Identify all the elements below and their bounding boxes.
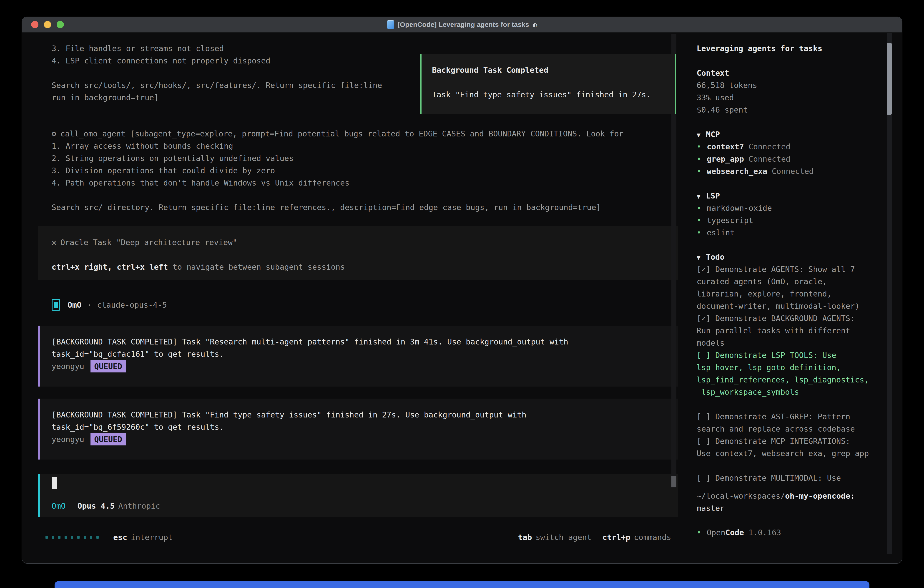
message-meta: yeongyuQUEUED xyxy=(52,433,678,446)
tool-call-line: 4. Path operations that don't handle Win… xyxy=(52,177,675,189)
shortcut-key: ctrl+p xyxy=(602,533,630,542)
shortcut-label: switch agent xyxy=(536,533,592,542)
todo-line: [✓] Demonstrate BACKGROUND AGENTS: xyxy=(696,312,869,324)
message-author: yeongyu xyxy=(52,435,84,444)
scrollback-text: 3. File handles or streams not closed 4.… xyxy=(52,42,382,104)
toast-title: Background Task Completed xyxy=(432,64,675,76)
blank-line xyxy=(432,76,675,88)
mcp-section: ▼MCP •context7Connected •grep_appConnect… xyxy=(696,128,814,177)
todo-line: lsp_workspace_symbols xyxy=(696,386,869,398)
blank-line xyxy=(52,189,675,201)
blank-line xyxy=(696,459,869,472)
todo-line: lsp_find_references, lsp_diagnostics, xyxy=(696,373,869,386)
lsp-item: •typescript xyxy=(696,214,772,226)
message-line: task_id="bg_dcfac161" to get results. xyxy=(52,348,678,360)
status-badge: QUEUED xyxy=(91,360,126,372)
lsp-item: •eslint xyxy=(696,226,772,239)
tool-call-line: 3. Division operations that could divide… xyxy=(52,164,675,177)
titlebar[interactable]: [OpenCode] Leveraging agents for tasks ◐ xyxy=(22,17,902,33)
shortcut-label: interrupt xyxy=(131,533,173,542)
minimize-button[interactable] xyxy=(44,21,51,28)
agent-model: claude-opus-4-5 xyxy=(97,301,167,309)
sidebar-scrollbar-thumb[interactable] xyxy=(887,43,892,115)
hint-keys: ctrl+x right, ctrl+x left xyxy=(52,263,168,271)
todo-line: document-writer, multimodal-looker) xyxy=(696,300,869,312)
todo-line: Run parallel tasks with different xyxy=(696,324,869,337)
agent-square-icon xyxy=(52,299,60,311)
text-cursor xyxy=(52,477,57,489)
oracle-hint-line: ctrl+x right, ctrl+x left to navigate be… xyxy=(52,261,678,273)
todo-line: [ ] Demonstrate LSP TOOLS: Use xyxy=(696,349,869,361)
background-task-message: [BACKGROUND TASK COMPLETED] Task "Resear… xyxy=(38,325,678,386)
progress-half-circle-icon: ◐ xyxy=(533,21,537,29)
blank-line xyxy=(696,398,869,410)
message-line: task_id="bg_6f59260c" to get results. xyxy=(52,421,678,433)
statusbar-left: esc interrupt xyxy=(46,531,173,543)
todo-line: models xyxy=(696,337,869,349)
context-section: Context 66,518 tokens 33% used $0.46 spe… xyxy=(696,67,757,116)
mcp-item: •grep_appConnected xyxy=(696,153,814,165)
toast-body: Task "Find type safety issues" finished … xyxy=(432,88,675,101)
workdir-block: ~/local-workspaces/oh-my-opencode: maste… xyxy=(696,490,855,514)
shortcut-key: tab xyxy=(518,533,532,542)
todo-line: curated agents (OmO, oracle, xyxy=(696,275,869,287)
lsp-item: •markdown-oxide xyxy=(696,202,772,214)
todo-line: search and replace across codebase xyxy=(696,423,869,435)
status-dot-icon: • xyxy=(696,167,701,176)
status-dot-icon: • xyxy=(696,154,701,164)
context-used: 33% used xyxy=(696,91,757,104)
oracle-task-card[interactable]: ◎Oracle Task "Deep architecture review" … xyxy=(38,226,678,280)
blank-line xyxy=(52,249,678,261)
mcp-heading: MCP xyxy=(706,130,720,139)
scrollback-line: run_in_background=true] xyxy=(52,91,382,104)
background-window-edge[interactable] xyxy=(54,581,870,588)
context-spent: $0.46 spent xyxy=(696,104,757,116)
todo-line: [ ] Demonstrate MCP INTEGRATIONS: xyxy=(696,435,869,447)
zoom-button[interactable] xyxy=(57,21,64,28)
session-title-block: Leveraging agents for tasks xyxy=(696,42,822,55)
gear-icon: ⚙ xyxy=(52,129,56,138)
tool-call-line: 2. String operations on potentially unde… xyxy=(52,152,675,164)
scrollback-line: 3. File handles or streams not closed xyxy=(52,42,382,55)
status-dot-icon: • xyxy=(696,216,701,225)
prompt-input[interactable]: OmO Opus 4.5 Anthropic xyxy=(38,474,678,517)
shortcut-key: esc xyxy=(113,533,127,542)
todo-line: Use context7, websearch_exa, grep_app xyxy=(696,447,869,459)
oracle-task-title-line: ◎Oracle Task "Deep architecture review" xyxy=(52,236,678,249)
traffic-lights xyxy=(31,21,64,28)
close-button[interactable] xyxy=(31,21,38,28)
window-title: [OpenCode] Leveraging agents for tasks xyxy=(398,21,529,28)
agent-name: OmO xyxy=(68,301,81,309)
lsp-heading-line[interactable]: ▼LSP xyxy=(696,190,772,202)
app-window: [OpenCode] Leveraging agents for tasks ◐… xyxy=(22,17,902,563)
statusbar-right: tabswitch agent ctrl+pcommands xyxy=(507,531,671,543)
input-model-name[interactable]: Opus 4.5 xyxy=(77,501,115,510)
message-meta: yeongyuQUEUED xyxy=(52,360,678,372)
todo-line: [✓] Demonstrate AGENTS: Show all 7 xyxy=(696,263,869,275)
tool-call-line: Search src/ directory. Return specific f… xyxy=(52,201,675,213)
tool-call-block: ⚙call_omo_agent [subagent_type=explore, … xyxy=(52,127,675,213)
status-dot-icon: • xyxy=(696,203,701,213)
todo-heading-line[interactable]: ▼Todo xyxy=(696,251,869,263)
tool-call-header: ⚙call_omo_agent [subagent_type=explore, … xyxy=(52,127,675,140)
main-scrollbar-thumb[interactable] xyxy=(672,476,676,487)
input-footer: OmO Opus 4.5 Anthropic xyxy=(52,500,160,512)
chevron-down-icon[interactable]: ▼ xyxy=(696,254,701,261)
background-task-message: [BACKGROUND TASK COMPLETED] Task "Find t… xyxy=(38,399,678,459)
status-dot-icon: • xyxy=(696,528,701,537)
version-block: •OpenCode1.0.163 xyxy=(696,526,781,538)
chevron-down-icon[interactable]: ▼ xyxy=(696,193,701,200)
bullseye-icon: ◎ xyxy=(52,238,56,247)
terminal-main-pane: 3. File handles or streams not closed 4.… xyxy=(38,32,678,563)
todo-line: lsp_hover, lsp_goto_definition, xyxy=(696,361,869,373)
spinner-dots-icon xyxy=(46,536,99,539)
hint-text: to navigate between subagent sessions xyxy=(168,263,345,271)
input-agent-name[interactable]: OmO xyxy=(52,501,66,510)
tool-call-line: 1. Array access without bounds checking xyxy=(52,140,675,152)
workdir-path: ~/local-workspaces/oh-my-opencode: xyxy=(696,490,855,502)
mcp-item: •context7Connected xyxy=(696,140,814,153)
chevron-down-icon[interactable]: ▼ xyxy=(696,131,701,139)
todo-section: ▼Todo [✓] Demonstrate AGENTS: Show all 7… xyxy=(696,251,869,484)
blank-line xyxy=(52,67,382,79)
mcp-heading-line[interactable]: ▼MCP xyxy=(696,128,814,140)
